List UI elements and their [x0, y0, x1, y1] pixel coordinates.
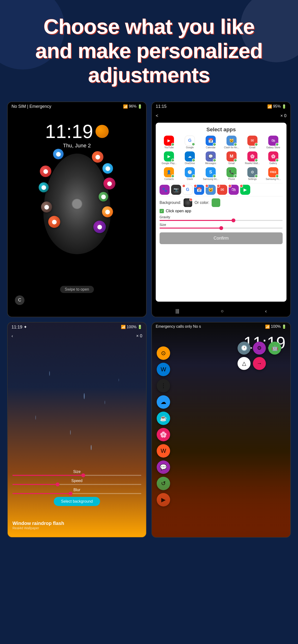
screen3-size-track[interactable] — [13, 475, 141, 476]
remove-google[interactable]: × — [182, 184, 186, 188]
clock-icon-glyph: 🕐 — [187, 170, 192, 174]
float-flickr[interactable]: ⊙ — [157, 346, 170, 360]
clock-check: ✓ — [192, 174, 195, 178]
gmail-check: ✓ — [234, 158, 237, 162]
size-thumb[interactable] — [219, 226, 223, 230]
app-contacts-icon: 👤 ✓ — [164, 167, 174, 177]
onedrive-check: ✓ — [192, 158, 195, 162]
bg-remove[interactable]: × — [189, 198, 192, 201]
apps-grid-row2: ▶ ✓ Google Play... ☁ ✓ OneDrive — [160, 152, 283, 165]
app-ball-9: ⬤ — [39, 182, 49, 192]
screen3-speed-track[interactable] — [13, 484, 141, 485]
app-youtube-icon: ▶ ✓ — [164, 136, 174, 146]
screen3-blur-track[interactable] — [13, 493, 141, 494]
remove-calendar[interactable]: × — [194, 184, 197, 188]
bg-preview[interactable]: × — [184, 198, 192, 207]
city-gradient — [152, 465, 290, 537]
select-bg-button[interactable]: Select background — [54, 497, 100, 506]
scatter-clock[interactable]: 🕐 — [238, 342, 250, 354]
app-youtube[interactable]: ▶ ✓ YouTube — [160, 136, 179, 149]
app-email[interactable]: ✉ ✓ Email — [243, 136, 262, 149]
raindrop-4 — [105, 400, 105, 404]
settings-icon-glyph: ⚙ — [251, 170, 254, 174]
app-onedrive[interactable]: ☁ ✓ OneDrive — [181, 152, 199, 165]
app-settings[interactable]: ⚙ ✓ Settings — [243, 167, 262, 181]
app-google[interactable]: G ✓ Google — [181, 136, 199, 149]
nav-menu-icon[interactable]: ||| — [175, 308, 179, 314]
dialog-box: Select apps ▶ ✓ YouTube — [156, 123, 286, 302]
screen2-top-bar: < × 0 — [152, 111, 290, 121]
remove-play[interactable]: × — [240, 184, 243, 188]
float-w-orange[interactable]: W — [157, 444, 170, 458]
gravity-track[interactable] — [160, 220, 283, 221]
screen3-speed-thumb[interactable] — [56, 482, 60, 486]
confirm-button[interactable]: Confirm — [160, 232, 283, 244]
selected-clash[interactable]: 😺 × — [206, 185, 216, 195]
app-clock[interactable]: 🕐 ✓ Clock — [181, 167, 199, 181]
app-gmail[interactable]: M ✓ Gmail — [222, 152, 241, 165]
app-samsung-int[interactable]: S ✓ Samsung Int... — [201, 167, 220, 181]
battery-icon: 🔋 — [137, 104, 142, 109]
app-gallery-icon: 🌸 ✓ — [268, 152, 278, 162]
nav-back-icon[interactable]: ‹ — [265, 308, 267, 314]
raindrop-1 — [49, 371, 50, 376]
remove-clash[interactable]: × — [205, 184, 209, 188]
contacts-check: ✓ — [171, 174, 175, 178]
float-dots[interactable]: ⋮ — [157, 379, 170, 392]
gallery-icon-glyph: 🌸 — [271, 154, 276, 158]
app-galaxy-store[interactable]: 🛍 ✓ Galaxy Store — [264, 136, 283, 149]
swipe-hint: Swipe to open — [60, 286, 94, 293]
app-phone[interactable]: 📞 ✓ Phone — [222, 167, 241, 181]
gravity-thumb[interactable] — [232, 218, 235, 222]
float-youtube[interactable]: ▶ — [157, 493, 170, 506]
screen3-blur-thumb[interactable] — [69, 492, 72, 496]
float-chat[interactable]: 💬 — [157, 460, 170, 474]
app-play[interactable]: ▶ ✓ Google Play... — [160, 152, 179, 165]
app-email-icon: ✉ ✓ — [247, 136, 257, 146]
screen3-back[interactable]: ‹ — [12, 334, 13, 338]
scatter-android[interactable]: 🤖 — [268, 342, 281, 354]
raindrop-6 — [118, 378, 119, 382]
phone-check: ✓ — [234, 174, 237, 178]
size-track[interactable] — [160, 228, 283, 228]
screen3-status: 11:19 ✦ 📶 100% 🔋 — [8, 322, 146, 332]
scatter-settings[interactable]: ⚙ — [253, 342, 266, 354]
screen3-frame: 11:19 ✦ 📶 100% 🔋 ‹ × 0 Size — [7, 322, 146, 538]
app-calendar[interactable]: 📅 ✓ Calendar — [201, 136, 220, 149]
click-open-checkbox[interactable]: ✓ — [160, 209, 164, 213]
app-contacts[interactable]: 👤 ✓ Contacts — [160, 167, 179, 181]
gravity-slider-row: Gravity — [160, 215, 283, 221]
size-fill — [160, 228, 221, 228]
selected-google[interactable]: G × — [183, 185, 193, 195]
app-samsung-fr[interactable]: FREE ✓ Samsung Fr... — [264, 167, 283, 181]
app-clash[interactable]: 😺 ✓ Clash for An... — [222, 136, 241, 149]
float-flower[interactable]: 🌸 — [157, 428, 170, 441]
app-messages[interactable]: 💬 ✓ Messages — [201, 152, 220, 165]
real4d-icon-glyph: 🌸 — [250, 154, 255, 158]
float-word[interactable]: W — [157, 363, 170, 376]
selected-calendar[interactable]: 📅 × — [194, 185, 204, 195]
clash-icon-glyph: 😺 — [229, 138, 234, 143]
float-turn[interactable]: ↺ — [157, 477, 170, 490]
screen3-size-thumb[interactable] — [81, 474, 85, 477]
app-gallery[interactable]: 🌸 ✓ Gallery — [264, 152, 283, 165]
selected-email[interactable]: ✉ × — [217, 185, 227, 195]
remove-galaxy[interactable]: × — [228, 184, 232, 188]
clock-display: 11:19 — [45, 120, 109, 142]
screen4-status-left: Emergency calls only No s — [156, 324, 201, 329]
screen3-speed-label: Speed — [13, 479, 141, 483]
app-google-icon: G ✓ — [185, 136, 195, 146]
remove-email[interactable]: × — [217, 184, 220, 188]
back-button[interactable]: < — [156, 113, 158, 118]
color-preview[interactable] — [212, 198, 220, 207]
nav-home-icon[interactable]: ○ — [221, 308, 224, 314]
float-cloud[interactable]: ☁ — [157, 395, 170, 409]
float-cup[interactable]: ☕ — [157, 412, 170, 425]
selected-play[interactable]: ▶ × — [240, 185, 250, 195]
app-real4d[interactable]: 🌸 ✓ Real4d Wall... — [243, 152, 262, 165]
scatter-unity[interactable]: △ — [238, 357, 250, 370]
scatter-arrow[interactable]: → — [253, 357, 266, 370]
clock-time: 11:19 — [45, 120, 93, 142]
selected-galaxy[interactable]: 🛍 × — [229, 185, 239, 195]
app-samsung-fr-icon: FREE ✓ — [268, 167, 278, 177]
